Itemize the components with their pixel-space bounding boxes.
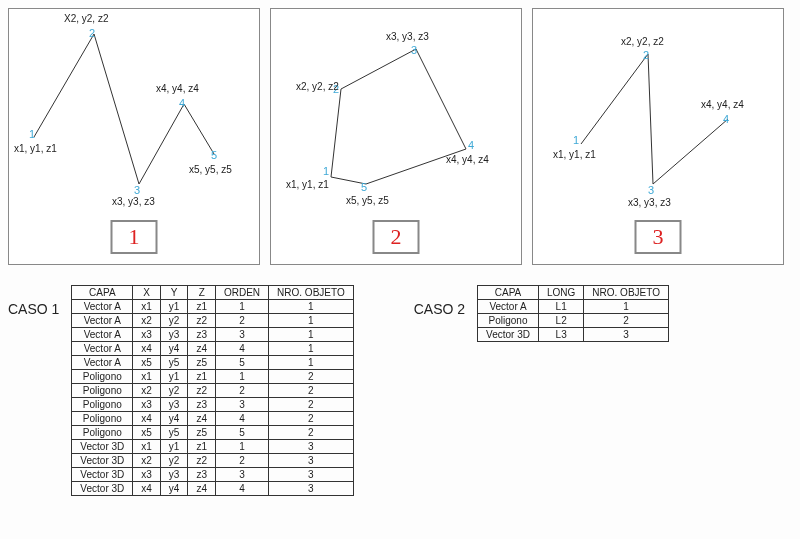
table-row: Vector Ax2y2z221 [72, 314, 353, 328]
th: LONG [538, 286, 583, 300]
td: z3 [188, 468, 216, 482]
pt-coord: x5, y5, z5 [346, 195, 389, 206]
td: Poligono [72, 398, 133, 412]
td: z2 [188, 454, 216, 468]
table-row: Vector Ax4y4z441 [72, 342, 353, 356]
td: 1 [269, 356, 354, 370]
td: x4 [133, 482, 161, 496]
td: L1 [538, 300, 583, 314]
td: Vector 3D [72, 440, 133, 454]
table-header-row: CAPA LONG NRO. OBJETO [478, 286, 669, 300]
td: 2 [269, 426, 354, 440]
td: x5 [133, 426, 161, 440]
td: y2 [160, 314, 188, 328]
td: Vector A [72, 342, 133, 356]
td: 2 [584, 314, 669, 328]
td: z1 [188, 370, 216, 384]
td: z3 [188, 398, 216, 412]
pt-coord: x4, y4, z4 [156, 83, 199, 94]
table-row: Poligonox3y3z332 [72, 398, 353, 412]
td: 2 [215, 454, 268, 468]
td: Vector A [72, 328, 133, 342]
pt-coord: x2, y2, z2 [621, 36, 664, 47]
td: Poligono [72, 412, 133, 426]
pt-coord: x5, y5, z5 [189, 164, 232, 175]
pt-num: 4 [179, 97, 185, 109]
svg-line-6 [648, 54, 653, 184]
th: CAPA [478, 286, 539, 300]
panel-box-number: 2 [373, 220, 420, 254]
td: 3 [584, 328, 669, 342]
td: x1 [133, 300, 161, 314]
td: Poligono [478, 314, 539, 328]
td: 2 [269, 370, 354, 384]
caso1-block: CASO 1 CAPA X Y Z ORDEN NRO. OBJETO Vect… [8, 285, 354, 496]
td: Vector A [478, 300, 539, 314]
table-row: Poligonox5y5z552 [72, 426, 353, 440]
td: Vector 3D [478, 328, 539, 342]
td: z2 [188, 314, 216, 328]
pt-num: 5 [211, 149, 217, 161]
diagram-panel-2: 1 x1, y1, z1 2 x2, y2, z2 3 x3, y3, z3 4… [270, 8, 522, 265]
tables-row: CASO 1 CAPA X Y Z ORDEN NRO. OBJETO Vect… [8, 285, 792, 496]
panel-box-number: 3 [635, 220, 682, 254]
td: y4 [160, 412, 188, 426]
td: y2 [160, 454, 188, 468]
td: Vector 3D [72, 454, 133, 468]
td: 3 [269, 440, 354, 454]
table-row: Vector Ax3y3z331 [72, 328, 353, 342]
table-row: Vector 3Dx2y2z223 [72, 454, 353, 468]
caso1-label: CASO 1 [8, 285, 59, 317]
pt-coord: x1, y1, z1 [553, 149, 596, 160]
td: x4 [133, 412, 161, 426]
td: x3 [133, 468, 161, 482]
pt-coord: x4, y4, z4 [701, 99, 744, 110]
svg-line-1 [94, 34, 139, 184]
td: 1 [215, 300, 268, 314]
td: y3 [160, 328, 188, 342]
th: CAPA [72, 286, 133, 300]
table-row: Vector Ax1y1z111 [72, 300, 353, 314]
td: 1 [269, 314, 354, 328]
td: 1 [269, 328, 354, 342]
td: y4 [160, 342, 188, 356]
td: Poligono [72, 426, 133, 440]
td: x1 [133, 370, 161, 384]
caso2-table: CAPA LONG NRO. OBJETO Vector AL11Poligon… [477, 285, 669, 342]
td: 2 [215, 314, 268, 328]
td: x3 [133, 398, 161, 412]
td: z5 [188, 426, 216, 440]
diagram-panel-3: 1 x1, y1, z1 2 x2, y2, z2 3 x3, y3, z3 4… [532, 8, 784, 265]
th: Y [160, 286, 188, 300]
td: x1 [133, 440, 161, 454]
td: y1 [160, 300, 188, 314]
diagram-row: 1 x1, y1, z1 2 X2, y2, z2 3 x3, y3, z3 4… [8, 8, 792, 265]
table-row: Poligonox2y2z222 [72, 384, 353, 398]
td: Vector A [72, 356, 133, 370]
td: 5 [215, 356, 268, 370]
pt-num: 3 [411, 44, 417, 56]
td: L3 [538, 328, 583, 342]
td: 1 [269, 342, 354, 356]
th: X [133, 286, 161, 300]
th: NRO. OBJETO [584, 286, 669, 300]
td: 3 [269, 468, 354, 482]
pt-num: 1 [573, 134, 579, 146]
pt-coord: x3, y3, z3 [628, 197, 671, 208]
pt-num: 3 [648, 184, 654, 196]
td: 3 [215, 398, 268, 412]
caso1-table: CAPA X Y Z ORDEN NRO. OBJETO Vector Ax1y… [71, 285, 353, 496]
td: 3 [269, 454, 354, 468]
table-row: Vector AL11 [478, 300, 669, 314]
table-row: Vector 3DL33 [478, 328, 669, 342]
pt-coord: x1, y1, z1 [14, 143, 57, 154]
td: x3 [133, 328, 161, 342]
pt-num: 1 [29, 128, 35, 140]
td: z4 [188, 482, 216, 496]
td: 2 [269, 398, 354, 412]
td: y3 [160, 398, 188, 412]
th: Z [188, 286, 216, 300]
td: z2 [188, 384, 216, 398]
table-row: Vector 3Dx1y1z113 [72, 440, 353, 454]
table-header-row: CAPA X Y Z ORDEN NRO. OBJETO [72, 286, 353, 300]
